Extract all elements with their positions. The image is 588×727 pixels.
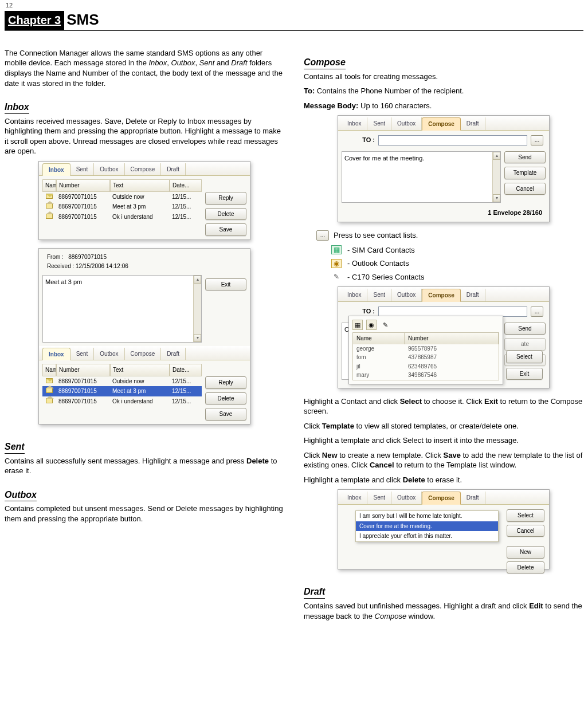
- scroll-down-icon[interactable]: ▾: [493, 194, 500, 202]
- table-row[interactable]: 886970071015 Ok i understand 12/15...: [42, 212, 202, 222]
- intro-italic-draft: Draft: [231, 58, 247, 67]
- contacts-button-inline[interactable]: ...: [316, 230, 329, 241]
- row-number: 886970071015: [56, 396, 110, 407]
- reply-button[interactable]: Reply: [205, 192, 246, 205]
- reply-button[interactable]: Reply: [205, 376, 246, 389]
- compose-p1: Highlight a Contact and click Select to …: [304, 396, 583, 416]
- tab-sent[interactable]: Sent: [70, 163, 95, 176]
- table-row-selected[interactable]: 886970071015 Meet at 3 pm 12/15...: [42, 386, 202, 396]
- tab-inbox[interactable]: Inbox: [342, 289, 367, 301]
- delete-button[interactable]: Delete: [507, 561, 544, 574]
- tab-inbox[interactable]: Inbox: [42, 163, 70, 176]
- new-button[interactable]: New: [507, 546, 544, 559]
- compose-body-line: Message Body: Up to 160 characters.: [304, 101, 583, 111]
- tab-draft[interactable]: Draft: [461, 117, 485, 130]
- col-date[interactable]: Date...: [170, 364, 202, 376]
- tab-sent[interactable]: Sent: [70, 348, 95, 360]
- col-name[interactable]: Name: [42, 179, 56, 192]
- tab-compose[interactable]: Compose: [422, 117, 461, 131]
- message-body-text: Cover for me at the meeting.: [344, 155, 424, 162]
- contacts-button[interactable]: ...: [531, 306, 543, 317]
- col-number[interactable]: Number: [56, 364, 110, 376]
- tab-sent[interactable]: Sent: [367, 117, 391, 130]
- tab-draft[interactable]: Draft: [461, 492, 485, 504]
- delete-button[interactable]: Delete: [205, 208, 246, 221]
- scroll-up-icon[interactable]: ▴: [194, 276, 201, 284]
- tab-outbox[interactable]: Outbox: [391, 117, 422, 130]
- list-item[interactable]: george965578976: [353, 344, 499, 353]
- list-item[interactable]: jil623489765: [353, 362, 499, 371]
- tab-inbox[interactable]: Inbox: [342, 117, 367, 130]
- tab-sent[interactable]: Sent: [367, 492, 391, 504]
- table-row[interactable]: 886970071015 Ok i understand 12/15...: [42, 396, 202, 407]
- device-icon[interactable]: ✎: [380, 320, 390, 330]
- save-button[interactable]: Save: [205, 408, 246, 421]
- scrollbar[interactable]: ▴ ▾: [492, 152, 500, 202]
- popup-col-number[interactable]: Number: [405, 333, 499, 344]
- sim-card-icon[interactable]: ▦: [352, 320, 363, 330]
- tab-compose[interactable]: Compose: [125, 163, 162, 176]
- tab-compose[interactable]: Compose: [125, 348, 162, 360]
- compose-p5: Highlight a template and click Delete to…: [304, 475, 583, 485]
- compose-p2: Click Template to view all stored templa…: [304, 421, 583, 431]
- list-item-selected[interactable]: Cover for me at the meeting.: [356, 521, 498, 532]
- row-date: 12/15...: [170, 212, 202, 222]
- preview-body: Meet at 3 pm ▴ ▾: [42, 275, 202, 343]
- delete-button[interactable]: Delete: [205, 392, 246, 405]
- outlook-icon[interactable]: ◉: [366, 320, 377, 330]
- tabs-row: Inbox Sent Outbox Compose Draft: [39, 162, 250, 176]
- list-item[interactable]: mary349867546: [353, 371, 499, 380]
- sent-description: Contains all successfully sent messages.…: [5, 456, 284, 476]
- send-button[interactable]: Send: [504, 151, 546, 164]
- tabs-row: Inbox Sent Outbox Compose Draft: [338, 116, 549, 131]
- row-text: Outside now: [110, 376, 170, 387]
- col-text[interactable]: Text: [110, 364, 170, 376]
- tab-compose[interactable]: Compose: [422, 289, 461, 302]
- cancel-button[interactable]: Cancel: [504, 183, 546, 195]
- tab-compose[interactable]: Compose: [422, 492, 461, 505]
- tab-sent[interactable]: Sent: [367, 289, 391, 301]
- tab-inbox[interactable]: Inbox: [42, 348, 70, 361]
- sent-heading: Sent: [5, 441, 25, 454]
- list-item[interactable]: I am sorry but I will be home late tonig…: [356, 511, 498, 521]
- exit-button[interactable]: Exit: [506, 368, 543, 380]
- tab-outbox[interactable]: Outbox: [94, 348, 124, 360]
- template-button[interactable]: Template: [504, 167, 546, 179]
- popup-col-name[interactable]: Name: [353, 333, 405, 344]
- list-item[interactable]: tom437865987: [353, 353, 499, 362]
- select-button[interactable]: Select: [506, 351, 543, 363]
- tab-inbox[interactable]: Inbox: [342, 492, 367, 504]
- scrollbar[interactable]: ▴ ▾: [193, 276, 201, 342]
- scroll-down-icon[interactable]: ▾: [194, 334, 201, 342]
- char-count: 1 Envelope 28/160: [338, 206, 549, 222]
- col-text[interactable]: Text: [110, 179, 170, 192]
- tab-outbox[interactable]: Outbox: [391, 492, 422, 504]
- message-body-field[interactable]: Cover for me at the meeting. ▴ ▾: [342, 151, 501, 203]
- template-button[interactable]: ate: [504, 338, 546, 351]
- col-number[interactable]: Number: [56, 179, 110, 192]
- tab-outbox[interactable]: Outbox: [391, 289, 422, 301]
- col-date[interactable]: Date...: [170, 179, 202, 192]
- table-row[interactable]: 886970071015 Outside now 12/15...: [42, 192, 202, 202]
- inbox-preview-window: From : 886970071015 Received : 12/15/200…: [38, 248, 250, 425]
- tab-outbox[interactable]: Outbox: [94, 163, 124, 176]
- tab-draft[interactable]: Draft: [161, 163, 186, 176]
- save-button[interactable]: Save: [205, 223, 246, 236]
- tab-draft[interactable]: Draft: [161, 348, 186, 360]
- row-text: Ok i understand: [110, 396, 170, 407]
- compose-to-line: To: Contains the Phone Number of the rec…: [304, 86, 583, 96]
- tab-draft[interactable]: Draft: [461, 289, 485, 301]
- table-row[interactable]: 886970071015 Meet at 3 pm 12/15...: [42, 202, 202, 212]
- to-input[interactable]: [378, 306, 527, 317]
- exit-button[interactable]: Exit: [205, 278, 246, 291]
- send-button[interactable]: Send: [504, 323, 546, 335]
- to-input[interactable]: [378, 135, 527, 146]
- contacts-button[interactable]: ...: [531, 135, 543, 146]
- select-button[interactable]: Select: [507, 509, 544, 522]
- col-name[interactable]: Name: [42, 364, 56, 376]
- list-item[interactable]: I appreciate your effort in this matter.: [356, 531, 498, 541]
- row-date: 12/15...: [170, 202, 202, 212]
- scroll-up-icon[interactable]: ▴: [493, 152, 500, 160]
- table-row[interactable]: 886970071015 Outside now 12/15...: [42, 376, 202, 387]
- cancel-button[interactable]: Cancel: [507, 525, 544, 537]
